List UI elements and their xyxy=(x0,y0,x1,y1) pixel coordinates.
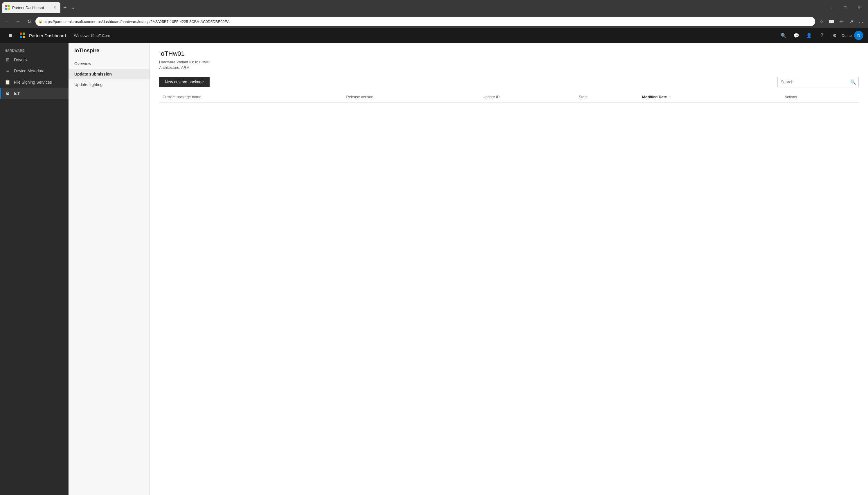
hamburger-button[interactable]: ≡ xyxy=(5,30,16,41)
toolbar-icons: ☆ 📖 ✏ ↗ … xyxy=(817,17,866,26)
more-icon[interactable]: … xyxy=(856,17,866,26)
col-package-name[interactable]: Custom package name xyxy=(159,92,343,102)
sidebar-item-file-signing-label: File Signing Services xyxy=(14,80,52,85)
topbar-right: 🔍 💬 👤 ? ⚙ Demo D xyxy=(778,30,863,41)
main-content: IoTHw01 Hardware Variant ID: IoTHw01 Arc… xyxy=(150,43,868,495)
col-state[interactable]: State xyxy=(575,92,639,102)
close-window-button[interactable]: ✕ xyxy=(852,2,866,13)
address-bar-input[interactable] xyxy=(35,17,815,26)
iot-icon: ⚙ xyxy=(5,91,11,96)
sidebar-item-device-metadata[interactable]: ≡ Device Metadata xyxy=(0,65,69,76)
people-button[interactable]: 👤 xyxy=(803,30,815,41)
sidebar-section-label: HARDWARE xyxy=(0,45,69,54)
file-signing-icon: 📋 xyxy=(5,79,11,85)
subnav-overview-label: Overview xyxy=(74,61,91,66)
subnav-update-submission-label: Update submission xyxy=(74,72,112,76)
tab-overflow-button[interactable]: ⌄ xyxy=(70,4,76,12)
favicon xyxy=(5,5,10,10)
app-title: Partner Dashboard xyxy=(29,33,66,38)
subnav-item-update-submission[interactable]: Update submission xyxy=(69,69,149,79)
sidebar-item-drivers[interactable]: ⊞ Drivers xyxy=(0,54,69,65)
user-avatar[interactable]: D xyxy=(854,31,863,40)
ms-logo xyxy=(20,33,25,38)
subnav-item-update-flighting[interactable]: Update flighting xyxy=(69,79,149,90)
favorites-icon[interactable]: ☆ xyxy=(817,17,826,26)
sidebar-item-iot-label: IoT xyxy=(14,91,20,96)
app-shell: ≡ Partner Dashboard | Windows 10 IoT Cor… xyxy=(0,28,868,495)
new-custom-package-button[interactable]: New custom package xyxy=(159,77,210,87)
table-header-row: Custom package name Release verison Upda… xyxy=(159,92,859,102)
search-icon-button[interactable]: 🔍 xyxy=(848,77,858,87)
settings-button[interactable]: ⚙ xyxy=(829,30,840,41)
app-subtitle: Windows 10 IoT Core xyxy=(74,33,110,38)
new-tab-button[interactable]: + xyxy=(61,3,69,12)
lock-icon: 🔒 xyxy=(38,19,43,23)
hardware-variant-id: Hardware Variant ID: IoTHw01 xyxy=(159,60,859,64)
sidebar-item-drivers-label: Drivers xyxy=(14,57,27,62)
tab-bar: Partner Dashboard ✕ + ⌄ xyxy=(2,2,823,13)
tab-close-btn[interactable]: ✕ xyxy=(52,5,57,10)
table-header: Custom package name Release verison Upda… xyxy=(159,92,859,102)
actions-row: New custom package 🔍 xyxy=(159,77,859,87)
app-topbar: ≡ Partner Dashboard | Windows 10 IoT Cor… xyxy=(0,28,868,43)
main-layout: HARDWARE ⊞ Drivers ≡ Device Metadata 📋 F… xyxy=(0,43,868,495)
window-controls: — □ ✕ xyxy=(825,2,866,13)
subnav-item-overview[interactable]: Overview xyxy=(69,58,149,69)
forward-button[interactable]: → xyxy=(13,17,23,26)
subnav-update-flighting-label: Update flighting xyxy=(74,82,103,87)
help-button[interactable]: ? xyxy=(816,30,828,41)
maximize-button[interactable]: □ xyxy=(838,2,852,13)
chat-button[interactable]: 💬 xyxy=(791,30,802,41)
sort-asc-icon: ↑ xyxy=(669,95,671,99)
active-tab[interactable]: Partner Dashboard ✕ xyxy=(2,2,60,13)
address-bar-row: ← → ↻ 🔒 ☆ 📖 ✏ ↗ … xyxy=(0,15,868,28)
browser-chrome: Partner Dashboard ✕ + ⌄ — □ ✕ xyxy=(0,0,868,15)
sub-nav: IoTInspire Overview Update submission Up… xyxy=(69,43,150,495)
sidebar-item-iot[interactable]: ⚙ IoT xyxy=(0,88,69,99)
minimize-button[interactable]: — xyxy=(825,2,838,13)
notes-icon[interactable]: ✏ xyxy=(837,17,846,26)
tab-label: Partner Dashboard xyxy=(12,5,44,10)
title-divider: | xyxy=(69,33,71,38)
sidebar: HARDWARE ⊞ Drivers ≡ Device Metadata 📋 F… xyxy=(0,43,69,495)
search-button[interactable]: 🔍 xyxy=(778,30,789,41)
col-actions[interactable]: Actions xyxy=(781,92,859,102)
architecture: Architecture: ARM xyxy=(159,65,859,70)
share-icon[interactable]: ↗ xyxy=(847,17,856,26)
back-button[interactable]: ← xyxy=(2,17,12,26)
drivers-icon: ⊞ xyxy=(5,57,11,63)
refresh-button[interactable]: ↻ xyxy=(24,17,34,26)
address-bar-wrap: 🔒 xyxy=(35,17,815,26)
reading-list-icon[interactable]: 📖 xyxy=(827,17,836,26)
sub-nav-title: IoTInspire xyxy=(69,48,149,58)
col-release-version[interactable]: Release verison xyxy=(343,92,479,102)
search-input[interactable] xyxy=(778,80,848,84)
search-box-wrap: 🔍 xyxy=(777,77,859,87)
sidebar-item-device-metadata-label: Device Metadata xyxy=(14,69,45,73)
col-modified-date[interactable]: Modified Date ↑ xyxy=(639,92,781,102)
page-title: IoTHw01 xyxy=(159,50,859,57)
user-label: Demo xyxy=(842,33,852,38)
col-update-id[interactable]: Update ID xyxy=(479,92,575,102)
device-metadata-icon: ≡ xyxy=(5,68,11,73)
sidebar-item-file-signing[interactable]: 📋 File Signing Services xyxy=(0,76,69,88)
data-table: Custom package name Release verison Upda… xyxy=(159,92,859,103)
